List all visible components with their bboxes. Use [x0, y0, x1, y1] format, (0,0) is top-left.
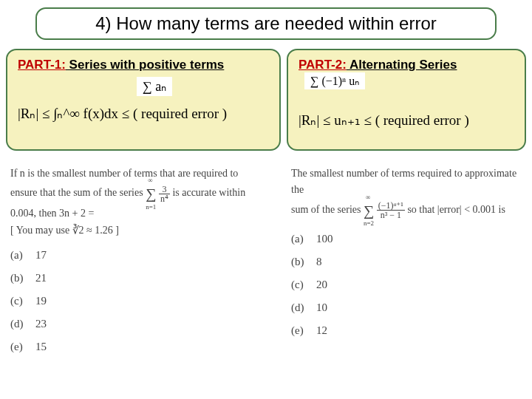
- part2-card: PART-2: Alternating Series ∑ (−1)ⁿ uₙ |R…: [287, 49, 526, 151]
- q1-text: If n is the smallest number of terms tha…: [10, 166, 276, 239]
- opt-label: (e): [291, 324, 316, 337]
- opt-label: (c): [10, 295, 35, 307]
- opt-value: 12: [316, 324, 327, 336]
- q1-den: n⁴: [159, 194, 170, 203]
- q1-option: (b)21: [10, 272, 276, 284]
- part1-sigma-expr: ∑ aₙ: [137, 77, 172, 96]
- part2-label: PART-2: Alternating Series ∑ (−1)ⁿ uₙ: [299, 58, 514, 89]
- part2-rest: Alternating Series: [347, 58, 457, 72]
- opt-value: 17: [35, 249, 47, 261]
- part1-formula: |Rₙ| ≤ ∫ₙ^∞ f(x)dx ≤ ( required error ): [18, 105, 269, 122]
- q2-option: (d)10: [291, 301, 522, 314]
- opt-value: 19: [35, 295, 47, 307]
- part1-prefix: PART-1:: [18, 58, 66, 72]
- part2-sigma-expr: ∑ (−1)ⁿ uₙ: [304, 72, 365, 89]
- q2-text: The smallest number of terms required to…: [291, 166, 522, 222]
- q2-line-c: so that |error| < 0.001 is: [407, 204, 505, 215]
- part1-rest: Series with positive terms: [66, 58, 224, 72]
- part1-label: PART-1: Series with positive terms: [18, 58, 269, 72]
- q1-line-a: If n is the smallest number of terms tha…: [10, 168, 238, 179]
- q1-option: (c)19: [10, 295, 276, 307]
- q1-option: (a)17: [10, 249, 276, 262]
- q1-option: (e)15: [10, 341, 276, 353]
- opt-value: 21: [35, 272, 47, 284]
- opt-value: 100: [316, 233, 333, 245]
- q1-line-b: ensure that the sum of the series: [10, 188, 143, 199]
- q1-option: (d)23: [10, 318, 276, 330]
- opt-label: (c): [291, 279, 316, 291]
- opt-label: (a): [10, 249, 35, 262]
- cards-row: PART-1: Series with positive terms ∑ aₙ …: [6, 49, 526, 151]
- question-2: The smallest number of terms required to…: [287, 160, 526, 369]
- opt-value: 15: [35, 341, 47, 352]
- part2-prefix: PART-2:: [299, 58, 347, 72]
- q2-option: (b)8: [291, 256, 522, 268]
- sigma-icon: ∑∞n=2: [364, 199, 374, 222]
- part1-card: PART-1: Series with positive terms ∑ aₙ …: [6, 49, 281, 151]
- opt-value: 10: [316, 301, 327, 313]
- opt-label: (d): [10, 318, 35, 330]
- part2-formula: |Rₙ| ≤ uₙ₊₁ ≤ ( required error ): [299, 112, 514, 129]
- q1-num: 3: [159, 185, 170, 194]
- opt-label: (b): [10, 272, 35, 284]
- opt-label: (d): [291, 301, 316, 314]
- q1-hint: [ You may use ∛2 ≈ 1.26 ]: [10, 225, 119, 236]
- q2-fraction: (−1)ⁿ⁺¹n³ − 1: [377, 201, 405, 219]
- q2-line-b: sum of the series: [291, 204, 361, 215]
- opt-value: 23: [35, 318, 47, 330]
- q1-line-d: 0.004, then 3n + 2 =: [10, 208, 94, 219]
- opt-value: 8: [316, 256, 322, 267]
- opt-label: (e): [10, 341, 35, 353]
- opt-value: 20: [316, 279, 327, 290]
- q2-line-a: The smallest number of terms required to…: [291, 168, 516, 195]
- q1-line-c: is accurate within: [172, 188, 245, 199]
- part1-sigma: ∑ aₙ: [18, 77, 269, 96]
- q2-den: n³ − 1: [377, 211, 405, 219]
- question-1: If n is the smallest number of terms tha…: [6, 160, 281, 369]
- q2-option: (c)20: [291, 279, 522, 291]
- q1-fraction: 3n⁴: [159, 185, 170, 203]
- questions-row: If n is the smallest number of terms tha…: [6, 160, 526, 369]
- q2-option: (a)100: [291, 233, 522, 245]
- q2-option: (e)12: [291, 324, 522, 337]
- opt-label: (b): [291, 256, 316, 268]
- sigma-icon: ∑∞n=1: [146, 182, 156, 205]
- opt-label: (a): [291, 233, 316, 245]
- title-text: 4) How many terms are needed within erro…: [95, 13, 437, 34]
- title-box: 4) How many terms are needed within erro…: [35, 7, 497, 40]
